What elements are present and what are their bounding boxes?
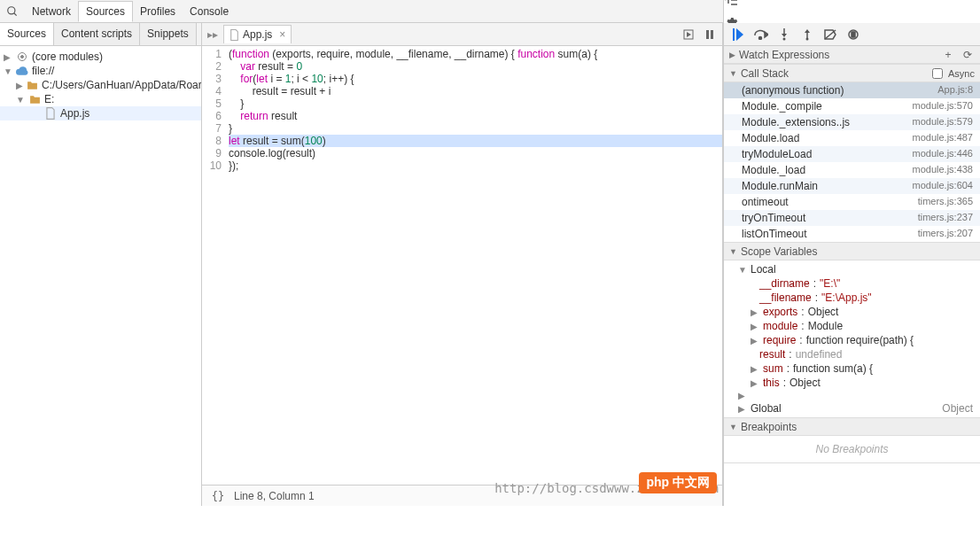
tab-console[interactable]: Console	[183, 2, 236, 21]
watch-section: ▶Watch Expressions +⟳	[724, 46, 980, 65]
svg-rect-10	[711, 30, 713, 39]
tree-item-folder[interactable]: ▶ C:/Users/GanHuan/AppData/Roar	[0, 78, 201, 92]
tree-label: file://	[32, 65, 54, 77]
stack-frame[interactable]: Module._extensions..jsmodule.js:579	[724, 114, 980, 130]
svg-marker-16	[782, 34, 787, 37]
stack-frame[interactable]: tryOnTimeouttimers.js:237	[724, 210, 980, 226]
breakpoints-header[interactable]: ▼Breakpoints	[724, 418, 980, 436]
scope-var[interactable]: result: undefined	[724, 347, 980, 361]
tree-label: C:/Users/GanHuan/AppData/Roar	[42, 79, 201, 91]
cursor-position: Line 8, Column 1	[234, 490, 315, 502]
stack-frame[interactable]: Module.loadmodule.js:487	[724, 130, 980, 146]
svg-point-17	[783, 37, 786, 40]
scope-global[interactable]: ▶GlobalObject	[724, 401, 980, 416]
pause-exceptions-icon[interactable]	[846, 27, 860, 42]
scope-var[interactable]: ▶module: Module	[724, 319, 980, 333]
editor-panel: ▸▸ App.js × 12345678910 (function (expor…	[202, 23, 723, 506]
tab-profiles[interactable]: Profiles	[133, 2, 183, 21]
file-tab-bar: ▸▸ App.js ×	[202, 23, 722, 46]
callstack-section: ▼Call Stack Async (anonymous function)Ap…	[724, 65, 980, 243]
code-editor[interactable]: 12345678910 (function (exports, require,…	[202, 46, 722, 485]
tab-sources[interactable]: Sources	[78, 1, 133, 22]
stack-frame[interactable]: ontimeouttimers.js:365	[724, 194, 980, 210]
stack-frame[interactable]: (anonymous function)App.js:8	[724, 82, 980, 98]
callstack-header[interactable]: ▼Call Stack Async	[724, 65, 980, 82]
watch-header[interactable]: ▶Watch Expressions +⟳	[724, 46, 980, 64]
svg-rect-23	[852, 32, 853, 37]
navtab-content-scripts[interactable]: Content scripts	[54, 23, 140, 45]
play-icon[interactable]	[681, 27, 696, 42]
stack-frame[interactable]: tryModuleLoadmodule.js:446	[724, 146, 980, 162]
navtab-snippets[interactable]: Snippets	[140, 23, 197, 45]
step-out-icon[interactable]	[800, 27, 814, 42]
callstack-list: (anonymous function)App.js:8Module._comp…	[724, 82, 980, 242]
svg-point-0	[8, 6, 15, 13]
svg-rect-11	[733, 28, 735, 41]
scope-body: ▼Local __dirname: "E:\" __filename: "E:\…	[724, 260, 980, 417]
svg-marker-8	[687, 32, 691, 37]
refresh-icon[interactable]: ⟳	[961, 48, 975, 62]
deactivate-bp-icon[interactable]	[823, 27, 837, 42]
svg-point-14	[759, 36, 762, 39]
resume-icon[interactable]	[731, 27, 745, 42]
stack-frame[interactable]: Module._compilemodule.js:570	[724, 98, 980, 114]
step-over-icon[interactable]	[754, 27, 768, 42]
navtab-sources[interactable]: Sources	[0, 23, 54, 45]
svg-marker-19	[805, 29, 810, 33]
svg-rect-24	[854, 32, 856, 37]
jsfile-icon	[229, 29, 239, 41]
tree-label: (core modules)	[32, 50, 103, 63]
file-tree: ▶ (core modules) ▼ file:// ▶ C:/Users/Ga…	[0, 46, 201, 506]
scope-section: ▼Scope Variables ▼Local __dirname: "E:\"…	[724, 243, 980, 418]
pause-indicator-icon[interactable]	[703, 27, 717, 42]
jsfile-icon	[44, 107, 57, 120]
async-checkbox[interactable]	[932, 68, 943, 79]
pretty-print-icon[interactable]: {}	[211, 489, 225, 503]
drawer-icon[interactable]	[724, 0, 738, 7]
breakpoints-section: ▼Breakpoints No Breakpoints	[724, 418, 980, 463]
brand-badge: php 中文网	[639, 472, 717, 493]
cloud-icon	[16, 66, 28, 75]
tree-item-file[interactable]: ▼ file://	[0, 64, 201, 78]
scope-var[interactable]: ▶require: function require(path) {	[724, 333, 980, 347]
search-icon[interactable]	[0, 5, 25, 18]
tree-item-folder[interactable]: ▼ E:	[0, 92, 201, 106]
svg-marker-12	[736, 28, 743, 41]
chevron-icon[interactable]: ▸▸	[206, 27, 220, 42]
stack-frame[interactable]: Module.runMainmodule.js:604	[724, 178, 980, 194]
scope-header[interactable]: ▼Scope Variables	[724, 243, 980, 260]
step-into-icon[interactable]	[777, 27, 791, 42]
line-gutter: 12345678910	[202, 46, 227, 485]
stack-frame[interactable]: listOnTimeouttimers.js:207	[724, 226, 980, 242]
no-breakpoints-msg: No Breakpoints	[724, 436, 980, 462]
file-tab-name: App.js	[243, 28, 272, 41]
close-icon[interactable]: ×	[279, 28, 285, 41]
code-content: (function (exports, require, module, __f…	[227, 46, 722, 485]
svg-point-6	[21, 56, 24, 58]
stack-frame[interactable]: Module._loadmodule.js:438	[724, 162, 980, 178]
devtools-top-toolbar: Network Sources Profiles Console	[0, 0, 980, 23]
file-tab[interactable]: App.js ×	[223, 25, 292, 43]
svg-marker-13	[765, 32, 768, 37]
tab-network[interactable]: Network	[25, 2, 78, 21]
debugger-toolbar	[724, 23, 980, 46]
tree-label: E:	[44, 93, 54, 105]
debugger-panel: ▶Watch Expressions +⟳ ▼Call Stack Async …	[723, 23, 980, 506]
tree-item-core[interactable]: ▶ (core modules)	[0, 50, 201, 64]
scope-local[interactable]: ▼Local	[724, 262, 980, 276]
svg-point-20	[806, 37, 809, 40]
navigator-tabs: Sources Content scripts Snippets	[0, 23, 201, 46]
folder-icon	[28, 95, 41, 105]
folder-icon	[27, 81, 38, 90]
scope-var[interactable]: __dirname: "E:\"	[724, 276, 980, 291]
navigator-panel: Sources Content scripts Snippets ▶ (core…	[0, 23, 202, 506]
scope-var[interactable]: ▶this: Object	[724, 376, 980, 390]
svg-line-1	[14, 12, 17, 15]
scope-var[interactable]: ▶sum: function sum(a) {	[724, 361, 980, 376]
scope-anon[interactable]: ▶	[724, 390, 980, 401]
scope-var[interactable]: __filename: "E:\App.js"	[724, 291, 980, 305]
svg-rect-9	[706, 30, 709, 39]
tree-item-file[interactable]: App.js	[0, 106, 201, 120]
scope-var[interactable]: ▶exports: Object	[724, 305, 980, 319]
add-icon[interactable]: +	[941, 48, 955, 62]
